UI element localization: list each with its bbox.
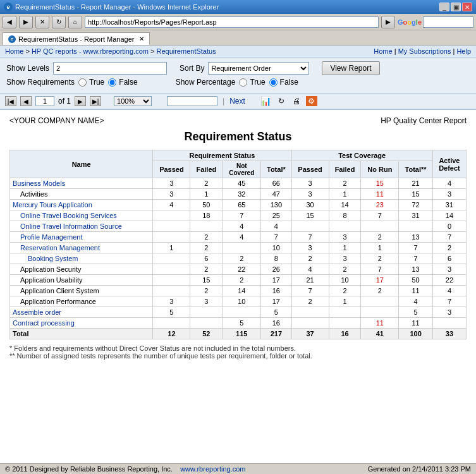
show-pct-false-label: False: [280, 78, 298, 87]
total-active-defect: 33: [432, 329, 466, 339]
next-label[interactable]: Next: [229, 97, 245, 106]
home-button[interactable]: ⌂: [68, 16, 82, 28]
tab-close[interactable]: ✕: [139, 35, 144, 42]
tc-passed: [291, 318, 329, 329]
next-page-button[interactable]: ▶: [75, 96, 86, 106]
rs-total: 16: [261, 286, 291, 296]
show-pct-false-radio[interactable]: [269, 78, 278, 87]
tc-no-run: 7: [361, 210, 399, 221]
tc-no-run: [361, 296, 399, 307]
row-name[interactable]: Profile Management: [10, 232, 153, 243]
rs-not-covered: 45: [223, 178, 261, 189]
prev-page-button[interactable]: ◀: [20, 96, 32, 106]
window-controls: _ ▣ ✕: [439, 3, 472, 11]
breadcrumb-home[interactable]: Home: [5, 47, 23, 55]
show-percentage-group: Show Percentage True False: [176, 78, 298, 87]
nav-subscriptions-link[interactable]: My Subscriptions: [398, 47, 451, 55]
rs-failed: 2: [190, 264, 223, 275]
google-search-input[interactable]: [423, 16, 473, 28]
nav-help-link[interactable]: Help: [456, 47, 471, 55]
breadcrumb-current[interactable]: RequirementStatus: [156, 47, 216, 55]
active-defect: 31: [432, 200, 466, 210]
row-name[interactable]: Mercury Tours Application: [10, 200, 153, 210]
rs-passed: 3: [153, 296, 190, 307]
settings-button[interactable]: ⚙: [306, 96, 317, 106]
show-levels-input[interactable]: [53, 62, 167, 75]
tc-no-run: 11: [361, 318, 399, 329]
row-name[interactable]: Business Models: [10, 178, 153, 189]
rs-passed: 5: [153, 307, 190, 318]
show-req-false-label: False: [119, 78, 137, 87]
minimize-button[interactable]: _: [439, 3, 449, 11]
tc-passed: [291, 221, 329, 232]
row-name[interactable]: Reservation Management: [10, 243, 153, 253]
row-name: Application Client System: [10, 286, 153, 296]
active-defect: 0: [432, 221, 466, 232]
rs-passed: [153, 232, 190, 243]
show-pct-true-radio[interactable]: [239, 78, 247, 87]
close-button[interactable]: ✕: [462, 3, 472, 11]
col-passed-header: Passed: [153, 161, 190, 178]
rs-total: 4: [261, 221, 291, 232]
total-rs-total: 217: [261, 329, 291, 339]
page-number-input[interactable]: [35, 96, 54, 106]
export-button[interactable]: 📊: [260, 96, 272, 106]
back-button[interactable]: ◀: [3, 16, 16, 28]
tc-failed: 1: [329, 296, 361, 307]
col-req-status-header: Requirement Status: [153, 150, 291, 161]
tc-failed: [329, 307, 361, 318]
rs-passed: [153, 221, 190, 232]
tc-failed: 8: [329, 210, 361, 221]
rs-total: 7: [261, 232, 291, 243]
ie-icon: e: [4, 3, 13, 11]
sort-by-select[interactable]: Requirement Order: [208, 62, 309, 75]
row-name[interactable]: Assemble order: [10, 307, 153, 318]
table-row: Activities3132473111153: [10, 189, 467, 200]
active-tab[interactable]: e RequirementStatus - Report Manager ✕: [3, 32, 150, 45]
row-name[interactable]: Booking System: [10, 253, 153, 264]
rs-not-covered: 7: [223, 210, 261, 221]
col-total-dstar-header: Total**: [399, 161, 433, 178]
row-name: Application Usability: [10, 275, 153, 286]
show-req-false-radio[interactable]: [108, 78, 116, 87]
title-bar: e RequirementStatus - Report Manager - W…: [0, 0, 476, 14]
nav-home-link[interactable]: Home: [374, 47, 392, 55]
last-page-button[interactable]: ▶|: [90, 96, 101, 106]
breadcrumb-right: Home | My Subscriptions | Help: [374, 47, 471, 55]
address-input[interactable]: [85, 16, 379, 28]
stop-button[interactable]: ✕: [35, 16, 49, 28]
zoom-select[interactable]: 100% 75% 50% 150%: [114, 96, 152, 106]
refresh-report-button[interactable]: ↻: [276, 96, 287, 106]
total-rs-passed: 12: [153, 329, 190, 339]
view-report-button[interactable]: View Report: [322, 61, 379, 75]
rs-total: 17: [261, 296, 291, 307]
row-name[interactable]: Online Travel Information Source: [10, 221, 153, 232]
col-failed2-header: Failed: [329, 161, 361, 178]
restore-button[interactable]: ▣: [451, 3, 461, 11]
total-tc-no-run: 41: [361, 329, 399, 339]
tc-no-run: 15: [361, 178, 399, 189]
row-name[interactable]: Online Travel Booking Services: [10, 210, 153, 221]
tc-no-run: [361, 221, 399, 232]
find-input[interactable]: [167, 96, 217, 106]
tc-passed: 3: [291, 243, 329, 253]
show-req-true-radio[interactable]: [78, 78, 87, 87]
rs-not-covered: 2: [223, 253, 261, 264]
rs-not-covered: 14: [223, 286, 261, 296]
print-button[interactable]: 🖨: [291, 96, 302, 106]
tc-total: 15: [399, 189, 433, 200]
breadcrumb-hpqc[interactable]: HP QC reports - www.rbreporting.com: [32, 47, 149, 55]
row-name[interactable]: Contract processing: [10, 318, 153, 329]
tc-passed: 15: [291, 210, 329, 221]
rs-not-covered: 22: [223, 264, 261, 275]
refresh-button[interactable]: ↻: [52, 16, 66, 28]
col-failed-header: Failed: [190, 161, 223, 178]
forward-button[interactable]: ▶: [19, 16, 33, 28]
col-active-defect-header: ActiveDefect: [432, 150, 466, 178]
active-defect: 4: [432, 178, 466, 189]
breadcrumb: Home > HP QC reports - www.rbreporting.c…: [5, 47, 216, 55]
tc-failed: 14: [329, 200, 361, 210]
go-button[interactable]: ▶: [381, 16, 395, 28]
tc-passed: 7: [291, 232, 329, 243]
first-page-button[interactable]: |◀: [5, 96, 16, 106]
